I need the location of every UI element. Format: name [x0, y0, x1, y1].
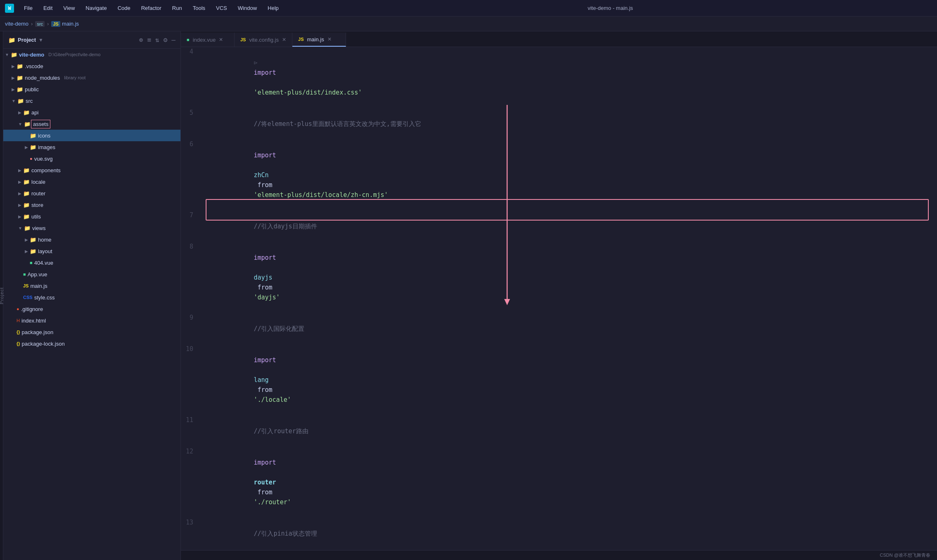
menu-edit[interactable]: Edit — [42, 4, 54, 12]
tree-package-json[interactable]: ▶ {} package.json — [3, 326, 180, 338]
code-line-4: 4 ⊳ import 'element-plus/dist/index.css' — [181, 47, 937, 108]
tree-root[interactable]: ▼ 📁 vite-demo D:\GiteeProject\vite-demo — [3, 49, 180, 60]
menu-navigate[interactable]: Navigate — [84, 4, 108, 12]
menu-run[interactable]: Run — [171, 4, 184, 12]
file-tree-actions: ⊕ ≡ ⇅ ⚙ — — [139, 36, 176, 44]
tree-gitignore[interactable]: ▶ ● .gitignore — [3, 303, 180, 315]
file-tree-title: 📁 Project ▼ — [8, 37, 43, 43]
tree-src[interactable]: ▼ 📁 src — [3, 95, 180, 107]
tree-style-css[interactable]: ▶ CSS style.css — [3, 292, 180, 303]
tree-404-vue[interactable]: ▶ ■ 404.vue — [3, 257, 180, 268]
breadcrumb-file[interactable]: main.js — [62, 21, 79, 27]
minimize-icon[interactable]: — — [171, 36, 176, 44]
tree-index-html[interactable]: ▶ H index.html — [3, 315, 180, 326]
tree-vue-svg[interactable]: ▶ ● vue.svg — [3, 153, 180, 164]
tree-icons[interactable]: ▶ 📁 icons — [3, 130, 180, 141]
settings-icon[interactable]: ⚙ — [164, 36, 168, 44]
window-title: vite-demo - main.js — [289, 5, 932, 11]
tree-home[interactable]: ▶ 📁 home — [3, 234, 180, 245]
tree-views[interactable]: ▼ 📁 views — [3, 222, 180, 234]
tree-utils[interactable]: ▶ 📁 utils — [3, 211, 180, 222]
code-editor[interactable]: 4 ⊳ import 'element-plus/dist/index.css'… — [181, 47, 937, 550]
menu-view[interactable]: View — [62, 4, 76, 12]
tree-package-lock-json[interactable]: ▶ {} package-lock.json — [3, 338, 180, 349]
menu-code[interactable]: Code — [116, 4, 132, 12]
project-label: Project — [0, 287, 4, 304]
menu-window[interactable]: Window — [236, 4, 259, 12]
title-bar: W File Edit View Navigate Code Refactor … — [0, 0, 937, 17]
code-line-13: 13 //引入pinia状态管理 — [181, 518, 937, 549]
tree-public[interactable]: ▶ 📁 public — [3, 83, 180, 95]
tree-node-modules[interactable]: ▶ 📁 node_modules library root — [3, 72, 180, 83]
tree-images[interactable]: ▶ 📁 images — [3, 141, 180, 153]
breadcrumb-project[interactable]: vite-demo — [5, 21, 28, 27]
menu-vcs[interactable]: VCS — [214, 4, 229, 12]
code-line-7: 7 //引入dayjs日期插件 — [181, 211, 937, 242]
code-line-5: 5 //将element-plus里面默认语言英文改为中文,需要引入它 — [181, 108, 937, 140]
tree-vscode[interactable]: ▶ 📁 .vscode — [3, 60, 180, 72]
tree-assets[interactable]: ▼ 📁 assets — [3, 118, 180, 130]
tree-layout[interactable]: ▶ 📁 layout — [3, 245, 180, 257]
code-table: 4 ⊳ import 'element-plus/dist/index.css'… — [181, 47, 937, 550]
code-line-12: 12 import router from './router' — [181, 447, 937, 518]
code-line-10: 10 import lang from './locale' — [181, 344, 937, 415]
tab-main-js[interactable]: JS main.js ✕ — [292, 33, 346, 47]
status-credit: CSDN @谁不想飞舞青春 — [880, 552, 930, 558]
app-logo: W — [5, 4, 14, 13]
code-line-9: 9 //引入国际化配置 — [181, 313, 937, 344]
breadcrumb: vite-demo › src › JS main.js — [0, 17, 937, 31]
tree-router[interactable]: ▶ 📁 router — [3, 187, 180, 199]
menu-file[interactable]: File — [22, 4, 34, 12]
tree-main-js[interactable]: ▶ JS main.js — [3, 280, 180, 292]
activity-bar: Project — [0, 31, 3, 560]
code-line-11: 11 //引入router路由 — [181, 415, 937, 447]
code-line-14: 14 import pinia from './store' — [181, 549, 937, 550]
tree-components[interactable]: ▶ 📁 components — [3, 164, 180, 176]
tab-index-vue[interactable]: ■ index.vue ✕ — [181, 33, 235, 47]
editor-area: ■ index.vue ✕ JS vite.config.js ✕ JS mai… — [181, 31, 937, 560]
menu-bar: File Edit View Navigate Code Refactor Ru… — [22, 4, 280, 12]
tree-app-vue[interactable]: ▶ ■ App.vue — [3, 268, 180, 280]
menu-tools[interactable]: Tools — [191, 4, 207, 12]
tree-locale[interactable]: ▶ 📁 locale — [3, 176, 180, 187]
code-line-8: 8 import dayjs from 'dayjs' — [181, 242, 937, 313]
tab-bar: ■ index.vue ✕ JS vite.config.js ✕ JS mai… — [181, 31, 937, 47]
tree-store[interactable]: ▶ 📁 store — [3, 199, 180, 211]
tab-vite-config[interactable]: JS vite.config.js ✕ — [235, 33, 292, 47]
tab-close-main-js[interactable]: ✕ — [327, 36, 332, 42]
sort-icon[interactable]: ⇅ — [155, 36, 159, 44]
file-tree-header: 📁 Project ▼ ⊕ ≡ ⇅ ⚙ — — [3, 31, 180, 49]
add-icon[interactable]: ⊕ — [139, 36, 143, 44]
tab-close-index-vue[interactable]: ✕ — [219, 37, 223, 43]
code-line-6: 6 import zhCn from 'element-plus/dist/lo… — [181, 140, 937, 211]
file-tree: 📁 Project ▼ ⊕ ≡ ⇅ ⚙ — ▼ 📁 vite-demo D:\G… — [3, 31, 181, 560]
main-layout: Project 📁 Project ▼ ⊕ ≡ ⇅ ⚙ — ▼ 📁 vite-d… — [0, 31, 937, 560]
tab-close-vite-config[interactable]: ✕ — [282, 37, 286, 43]
menu-help[interactable]: Help — [266, 4, 280, 12]
collapse-icon[interactable]: ≡ — [147, 36, 151, 44]
menu-refactor[interactable]: Refactor — [140, 4, 163, 12]
tree-api[interactable]: ▶ 📁 api — [3, 107, 180, 118]
status-bar: CSDN @谁不想飞舞青春 — [181, 550, 937, 560]
